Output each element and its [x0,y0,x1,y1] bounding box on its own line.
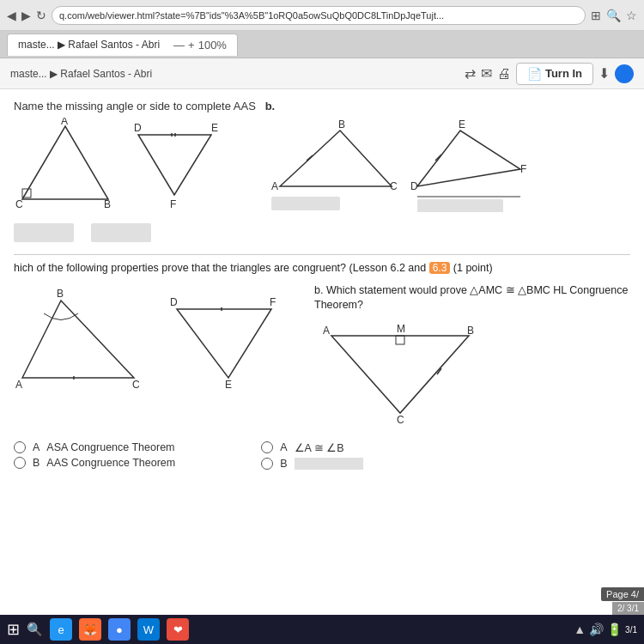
url-bar[interactable]: q.com/web/viewer.html?state=%7B"ids"%3A%… [52,6,586,25]
q2-points: (1 point) [453,262,493,274]
page-text: Page 4/ [606,589,639,599]
tab-plus[interactable]: + [188,39,195,52]
taskbar-firefox-icon[interactable]: 🦊 [79,618,101,641]
refresh-icon[interactable]: ↻ [36,9,46,22]
printer-icon[interactable]: 🖨 [497,66,511,82]
q2-triangle-left: A B C [14,283,151,398]
triangle-def-container: D E F [134,118,228,215]
url-text: q.com/web/viewer.html?state=%7B"ids"%3A%… [59,10,444,21]
svg-text:A: A [323,325,330,337]
taskbar-office-icon[interactable]: W [137,618,160,641]
back-icon[interactable]: ◀ [7,9,16,22]
bookmark-icon[interactable]: ☆ [626,9,637,22]
q2-middle-svg: D F E [168,283,297,395]
share-icon[interactable]: ⇄ [465,65,476,82]
answer-box-2[interactable] [91,223,151,242]
tab-label: maste... ▶ Rafael Santos - Abri [18,39,160,51]
svg-text:D: D [410,180,418,192]
svg-rect-35 [396,336,404,344]
date-indicator: 2/ 3/1 [612,602,644,615]
mc-left-b-label: AAS Congruence Theorem [46,457,175,469]
zoom-display: 100% [198,39,227,52]
right-triangles-container: A B C D E F [271,118,529,215]
mc-left-b-letter: B [33,457,39,469]
svg-marker-29 [177,309,271,378]
system-tray: ▲ 🔊 🔋 3/1 [574,623,637,636]
section-divider [14,254,630,255]
battery-icon: 🔋 [607,623,622,636]
document-content: Name the missing angle or side to comple… [0,89,644,480]
svg-marker-34 [331,336,469,413]
svg-text:A: A [61,118,68,127]
breadcrumb-text: maste... ▶ Rafael Santos - Abri [10,68,152,80]
mc-right-b-letter: B [280,458,287,470]
triangle-abc-container: C A B [14,118,117,215]
turn-in-label: Turn In [545,67,582,80]
q2-text-main: hich of the following properties prove t… [14,262,426,274]
svg-text:E: E [211,122,218,134]
svg-text:F: F [170,198,176,210]
q2b-section: b. Which statement would prove △AMC ≅ △B… [314,283,630,433]
triangles-row-1: C A B D E F [14,118,630,215]
svg-text:F: F [270,296,276,308]
download-icon[interactable]: ⬇ [598,65,610,82]
mc-right-b[interactable]: B [261,458,362,470]
turn-in-button[interactable]: 📄 Turn In [516,63,593,85]
breadcrumb: maste... ▶ Rafael Santos - Abri [10,68,458,80]
grid-icon[interactable]: ⊞ [591,9,601,22]
triangle-def-svg: D E F [134,118,228,212]
answer-box-1[interactable] [14,223,74,242]
svg-marker-24 [22,301,134,378]
answer-boxes-row [14,223,630,242]
svg-marker-5 [138,135,211,195]
radio-b-left[interactable] [14,457,26,469]
svg-line-12 [307,155,313,161]
taskbar-app-icon[interactable]: ❤ [167,618,189,641]
q1-text: Name the missing angle or side to comple… [14,100,256,112]
lesson-ref-badge: 6.3 [429,262,451,274]
mc-col-left: A ASA Congruence Theorem B AAS Congruenc… [14,441,175,470]
mc-right-a[interactable]: A ∠A ≅ ∠B [261,441,362,454]
mail-icon[interactable]: ✉ [481,65,492,82]
taskbar-start-icon[interactable]: ⊞ [7,620,20,639]
svg-rect-16 [271,197,340,210]
q2b-svg: A M B C [314,319,486,430]
doc-toolbar: maste... ▶ Rafael Santos - Abri ⇄ ✉ 🖨 📄 … [0,58,644,89]
radio-a-right[interactable] [261,441,273,453]
search-icon[interactable]: 🔍 [606,9,621,22]
radio-b-right[interactable] [261,458,273,470]
taskbar-search-icon[interactable]: 🔍 [27,622,43,637]
svg-text:C: C [390,180,398,192]
forward-icon[interactable]: ▶ [21,9,31,22]
tab-dash: — [173,39,185,52]
q2-triangle-middle: D F E [168,283,297,398]
svg-text:B: B [467,325,474,337]
svg-text:C: C [132,379,140,391]
svg-marker-11 [280,131,392,186]
user-avatar[interactable] [615,64,634,83]
svg-text:B: B [104,198,111,210]
page-indicator: Page 4/ [601,587,644,601]
taskbar-chrome-icon[interactable]: ● [108,618,131,641]
svg-text:C: C [15,198,23,210]
mc-right-b-label [295,458,363,470]
mc-left-b[interactable]: B AAS Congruence Theorem [14,457,175,469]
q1-part: b. [265,100,276,112]
mc-left-a-label: ASA Congruence Theorem [46,441,174,453]
triangle-abc-svg: C A B [14,118,117,212]
radio-a-left[interactable] [14,441,26,453]
svg-text:B: B [57,288,64,300]
wifi-icon: ▲ [574,623,586,636]
taskbar: ⊞ 🔍 e 🦊 ● W ❤ ▲ 🔊 🔋 3/1 [0,615,644,644]
svg-marker-0 [22,126,108,199]
q2-left-svg: A B C [14,283,151,395]
taskbar-time: 3/1 [625,625,637,635]
active-tab[interactable]: maste... ▶ Rafael Santos - Abri — + 100% [7,33,238,56]
svg-text:D: D [170,296,178,308]
svg-text:A: A [271,180,278,192]
mc-left-a[interactable]: A ASA Congruence Theorem [14,441,175,453]
question2-text: hich of the following properties prove t… [14,260,630,276]
taskbar-edge-icon[interactable]: e [50,618,72,641]
svg-text:D: D [134,122,142,134]
svg-text:F: F [520,163,526,175]
